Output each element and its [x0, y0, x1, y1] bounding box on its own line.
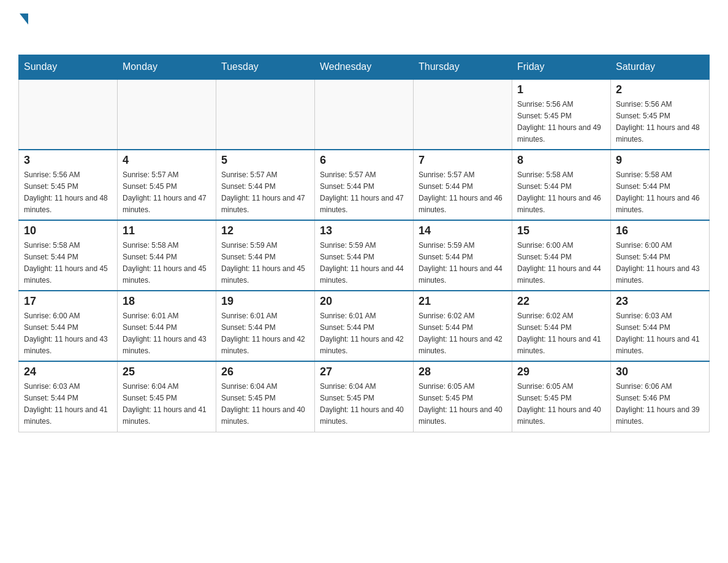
calendar-cell: 11 Sunrise: 5:58 AMSunset: 5:44 PMDaylig… [118, 220, 216, 291]
day-info: Sunrise: 5:57 AMSunset: 5:44 PMDaylight:… [419, 170, 502, 214]
calendar-cell: 30 Sunrise: 6:06 AMSunset: 5:46 PMDaylig… [611, 361, 710, 432]
calendar-cell: 1 Sunrise: 5:56 AMSunset: 5:45 PMDayligh… [512, 79, 611, 150]
day-info: Sunrise: 5:58 AMSunset: 5:44 PMDaylight:… [616, 170, 700, 214]
calendar-cell: 21 Sunrise: 6:02 AMSunset: 5:44 PMDaylig… [414, 291, 512, 361]
calendar-cell: 25 Sunrise: 6:04 AMSunset: 5:45 PMDaylig… [118, 361, 216, 432]
day-number: 1 [517, 83, 605, 96]
day-info: Sunrise: 6:00 AMSunset: 5:44 PMDaylight:… [517, 241, 601, 285]
calendar-week-row: 10 Sunrise: 5:58 AMSunset: 5:44 PMDaylig… [19, 220, 710, 291]
calendar-cell [216, 79, 315, 150]
calendar-cell: 12 Sunrise: 5:59 AMSunset: 5:44 PMDaylig… [216, 220, 315, 291]
weekday-header-friday: Friday [512, 55, 611, 80]
day-number: 13 [320, 224, 408, 237]
day-info: Sunrise: 5:59 AMSunset: 5:44 PMDaylight:… [320, 241, 404, 285]
day-info: Sunrise: 6:01 AMSunset: 5:44 PMDaylight:… [221, 312, 305, 355]
day-info: Sunrise: 6:06 AMSunset: 5:46 PMDaylight:… [616, 382, 700, 426]
weekday-header-sunday: Sunday [19, 55, 118, 80]
calendar-cell: 24 Sunrise: 6:03 AMSunset: 5:44 PMDaylig… [19, 361, 118, 432]
calendar-cell: 2 Sunrise: 5:56 AMSunset: 5:45 PMDayligh… [611, 79, 710, 150]
day-info: Sunrise: 6:04 AMSunset: 5:45 PMDaylight:… [221, 382, 305, 426]
calendar-cell [414, 79, 512, 150]
day-number: 14 [419, 224, 507, 237]
day-number: 23 [616, 295, 704, 308]
day-info: Sunrise: 5:56 AMSunset: 5:45 PMDaylight:… [616, 100, 700, 144]
calendar-cell: 28 Sunrise: 6:05 AMSunset: 5:45 PMDaylig… [414, 361, 512, 432]
day-info: Sunrise: 5:58 AMSunset: 5:44 PMDaylight:… [517, 170, 601, 214]
day-info: Sunrise: 6:03 AMSunset: 5:44 PMDaylight:… [616, 312, 700, 355]
calendar-cell: 15 Sunrise: 6:00 AMSunset: 5:44 PMDaylig… [512, 220, 611, 291]
day-number: 28 [419, 366, 507, 378]
calendar-week-row: 24 Sunrise: 6:03 AMSunset: 5:44 PMDaylig… [19, 361, 710, 432]
day-info: Sunrise: 5:56 AMSunset: 5:45 PMDaylight:… [517, 100, 601, 144]
day-info: Sunrise: 6:05 AMSunset: 5:45 PMDaylight:… [419, 382, 502, 426]
day-number: 7 [419, 154, 507, 167]
day-info: Sunrise: 6:02 AMSunset: 5:44 PMDaylight:… [517, 312, 601, 355]
weekday-header-row: SundayMondayTuesdayWednesdayThursdayFrid… [19, 55, 710, 80]
day-number: 4 [123, 154, 211, 167]
calendar-cell [315, 79, 414, 150]
calendar-cell: 8 Sunrise: 5:58 AMSunset: 5:44 PMDayligh… [512, 150, 611, 220]
weekday-header-saturday: Saturday [611, 55, 710, 80]
day-info: Sunrise: 5:59 AMSunset: 5:44 PMDaylight:… [221, 241, 305, 285]
weekday-header-wednesday: Wednesday [315, 55, 414, 80]
day-number: 24 [24, 366, 112, 378]
calendar-cell: 26 Sunrise: 6:04 AMSunset: 5:45 PMDaylig… [216, 361, 315, 432]
day-info: Sunrise: 5:57 AMSunset: 5:45 PMDaylight:… [123, 170, 207, 214]
day-number: 26 [221, 366, 309, 378]
weekday-header-tuesday: Tuesday [216, 55, 315, 80]
day-number: 12 [221, 224, 309, 237]
day-number: 2 [616, 83, 704, 96]
day-number: 5 [221, 154, 309, 167]
calendar-cell: 4 Sunrise: 5:57 AMSunset: 5:45 PMDayligh… [118, 150, 216, 220]
day-number: 6 [320, 154, 408, 167]
calendar-cell: 29 Sunrise: 6:05 AMSunset: 5:45 PMDaylig… [512, 361, 611, 432]
day-number: 3 [24, 154, 112, 167]
calendar-cell: 6 Sunrise: 5:57 AMSunset: 5:44 PMDayligh… [315, 150, 414, 220]
day-number: 25 [123, 366, 211, 378]
day-info: Sunrise: 6:00 AMSunset: 5:44 PMDaylight:… [24, 312, 108, 355]
calendar-cell: 19 Sunrise: 6:01 AMSunset: 5:44 PMDaylig… [216, 291, 315, 361]
day-number: 17 [24, 295, 112, 308]
calendar-table: SundayMondayTuesdayWednesdayThursdayFrid… [18, 55, 710, 432]
calendar-cell [118, 79, 216, 150]
day-number: 29 [517, 366, 605, 378]
day-info: Sunrise: 6:01 AMSunset: 5:44 PMDaylight:… [123, 312, 207, 355]
day-info: Sunrise: 6:04 AMSunset: 5:45 PMDaylight:… [123, 382, 207, 426]
day-info: Sunrise: 6:01 AMSunset: 5:44 PMDaylight:… [320, 312, 404, 355]
day-info: Sunrise: 5:59 AMSunset: 5:44 PMDaylight:… [419, 241, 502, 285]
logo-triangle-icon [20, 13, 28, 25]
calendar-cell: 27 Sunrise: 6:04 AMSunset: 5:45 PMDaylig… [315, 361, 414, 432]
day-number: 27 [320, 366, 408, 378]
day-info: Sunrise: 5:58 AMSunset: 5:44 PMDaylight:… [123, 241, 207, 285]
calendar-cell: 9 Sunrise: 5:58 AMSunset: 5:44 PMDayligh… [611, 150, 710, 220]
calendar-cell: 20 Sunrise: 6:01 AMSunset: 5:44 PMDaylig… [315, 291, 414, 361]
calendar-cell: 10 Sunrise: 5:58 AMSunset: 5:44 PMDaylig… [19, 220, 118, 291]
calendar-cell [19, 79, 118, 150]
calendar-week-row: 1 Sunrise: 5:56 AMSunset: 5:45 PMDayligh… [19, 79, 710, 150]
calendar-cell: 14 Sunrise: 5:59 AMSunset: 5:44 PMDaylig… [414, 220, 512, 291]
weekday-header-thursday: Thursday [414, 55, 512, 80]
day-info: Sunrise: 5:58 AMSunset: 5:44 PMDaylight:… [24, 241, 108, 285]
day-number: 9 [616, 154, 704, 167]
calendar-cell: 18 Sunrise: 6:01 AMSunset: 5:44 PMDaylig… [118, 291, 216, 361]
calendar-cell: 22 Sunrise: 6:02 AMSunset: 5:44 PMDaylig… [512, 291, 611, 361]
logo [18, 12, 29, 42]
day-info: Sunrise: 6:02 AMSunset: 5:44 PMDaylight:… [419, 312, 502, 355]
day-number: 30 [616, 366, 704, 378]
day-number: 11 [123, 224, 211, 237]
calendar-cell: 7 Sunrise: 5:57 AMSunset: 5:44 PMDayligh… [414, 150, 512, 220]
calendar-week-row: 17 Sunrise: 6:00 AMSunset: 5:44 PMDaylig… [19, 291, 710, 361]
calendar-cell: 16 Sunrise: 6:00 AMSunset: 5:44 PMDaylig… [611, 220, 710, 291]
day-info: Sunrise: 6:03 AMSunset: 5:44 PMDaylight:… [24, 382, 108, 426]
day-info: Sunrise: 6:05 AMSunset: 5:45 PMDaylight:… [517, 382, 601, 426]
day-number: 8 [517, 154, 605, 167]
day-info: Sunrise: 5:56 AMSunset: 5:45 PMDaylight:… [24, 170, 108, 214]
day-number: 20 [320, 295, 408, 308]
day-number: 18 [123, 295, 211, 308]
day-number: 15 [517, 224, 605, 237]
day-number: 22 [517, 295, 605, 308]
day-number: 16 [616, 224, 704, 237]
day-info: Sunrise: 6:04 AMSunset: 5:45 PMDaylight:… [320, 382, 404, 426]
day-number: 10 [24, 224, 112, 237]
day-number: 21 [419, 295, 507, 308]
